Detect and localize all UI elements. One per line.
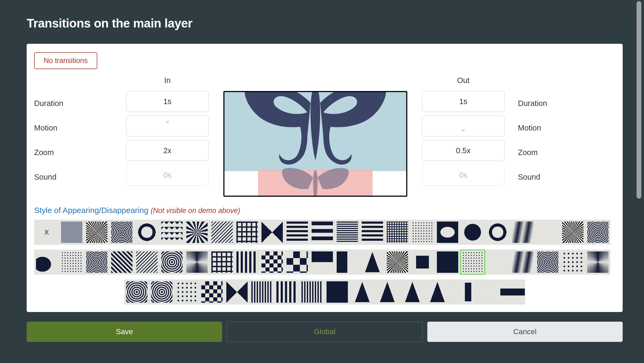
- butterfly-icon: [233, 91, 398, 175]
- style-tile-circle-a[interactable]: [460, 220, 485, 245]
- in-motion-input[interactable]: [126, 116, 209, 136]
- style-tile-diag-b[interactable]: [134, 250, 159, 275]
- style-tile-noise-g[interactable]: [535, 250, 560, 275]
- style-tile-tri-c[interactable]: [375, 279, 400, 305]
- style-tile-none[interactable]: X: [34, 220, 59, 245]
- style-tile-blob[interactable]: [34, 250, 59, 275]
- style-tile-square-a[interactable]: [410, 250, 435, 275]
- style-tile-smear-b[interactable]: [510, 250, 535, 275]
- style-tile-spiral-d[interactable]: [124, 279, 149, 305]
- page-title: Transitions on the main layer: [27, 16, 623, 30]
- transitions-card: No transitions Duration Motion Zoom Soun…: [27, 44, 623, 312]
- label-sound-in: Sound: [34, 165, 113, 189]
- style-tile-vstripe-b[interactable]: [249, 279, 275, 305]
- style-tile-star[interactable]: [260, 220, 285, 245]
- out-zoom-input[interactable]: 0.5x: [422, 140, 505, 161]
- style-section-title: Style of Appearing/Disappearing: [34, 206, 148, 215]
- style-tile-dots-d[interactable]: [174, 279, 199, 305]
- style-tile-zigzag[interactable]: [159, 220, 184, 245]
- style-tile-grid-c[interactable]: [210, 250, 235, 275]
- style-tile-blank-c[interactable]: [475, 279, 500, 305]
- style-tile-dots-c[interactable]: [560, 250, 585, 275]
- style-tile-quarter[interactable]: [310, 250, 335, 275]
- scrollbar[interactable]: [637, 0, 641, 363]
- global-button[interactable]: Global: [227, 322, 422, 342]
- style-tile-ring-b[interactable]: [485, 220, 510, 245]
- out-motion-input[interactable]: [422, 116, 505, 136]
- style-tile-solid-b[interactable]: [325, 279, 350, 305]
- style-tile-noise-c[interactable]: [560, 220, 585, 245]
- style-tile-noise-f[interactable]: [385, 250, 410, 275]
- style-tile-hstripe-a[interactable]: [285, 220, 310, 245]
- out-labels-column: Duration Motion Zoom Sound: [518, 76, 597, 189]
- style-tile-diag-fine[interactable]: [210, 220, 235, 245]
- style-tile-ellipse-a[interactable]: [435, 220, 460, 245]
- style-tile-vstripe-a[interactable]: [235, 250, 260, 275]
- label-sound-out: Sound: [518, 165, 597, 189]
- in-sound-input[interactable]: 0s: [126, 165, 209, 186]
- preview-frame[interactable]: [223, 91, 407, 197]
- style-tile-blank-a[interactable]: [535, 220, 560, 245]
- style-section-note: (Not visible on demo above): [151, 207, 240, 215]
- style-tile-spiral-a[interactable]: [159, 250, 184, 275]
- style-tile-diag-a[interactable]: [109, 250, 134, 275]
- out-column: Out 1s 0.5x 0s: [422, 76, 505, 189]
- preview-column: [222, 76, 409, 197]
- style-tile-grid-a[interactable]: [235, 220, 260, 245]
- style-tile-hstripe-d[interactable]: [360, 220, 385, 245]
- style-tile-noise-e[interactable]: [84, 250, 109, 275]
- in-zoom-input[interactable]: 2x: [126, 140, 209, 161]
- in-column: In 1s 2x 0s: [126, 76, 209, 189]
- style-tile-burst[interactable]: [184, 220, 210, 245]
- style-tile-spiral-e[interactable]: [149, 279, 174, 305]
- style-tile-smear-a[interactable]: [510, 220, 535, 245]
- no-transitions-button[interactable]: No transitions: [34, 52, 97, 69]
- style-tile-half-v[interactable]: [335, 250, 360, 275]
- style-tile-vstripe-c[interactable]: [275, 279, 300, 305]
- style-tile-noise-d[interactable]: [585, 220, 610, 245]
- style-tile-hstripe-c[interactable]: [335, 220, 360, 245]
- cancel-button[interactable]: Cancel: [427, 322, 623, 342]
- style-tile-hstripe-b[interactable]: [310, 220, 335, 245]
- style-tile-dots-a[interactable]: [410, 220, 435, 245]
- style-tile-ring[interactable]: [134, 220, 159, 245]
- style-tile-tri-d[interactable]: [400, 279, 425, 305]
- label-motion-out: Motion: [518, 116, 597, 140]
- out-duration-input[interactable]: 1s: [422, 91, 505, 112]
- save-button[interactable]: Save: [27, 322, 222, 342]
- style-tile-tri-a[interactable]: [360, 250, 385, 275]
- style-tile-blank-b[interactable]: [485, 250, 510, 275]
- out-sound-input[interactable]: 0s: [422, 165, 505, 186]
- in-duration-input[interactable]: 1s: [126, 91, 209, 112]
- arrow-down-icon: [460, 126, 466, 135]
- style-tile-tri-e[interactable]: [425, 279, 450, 305]
- style-tile-fade[interactable]: [59, 220, 84, 245]
- label-zoom-out: Zoom: [518, 140, 597, 165]
- style-tile-checker-b[interactable]: [285, 250, 310, 275]
- butterfly-small-icon: [270, 166, 361, 197]
- scrollbar-thumb[interactable]: [637, 1, 641, 199]
- style-tile-noise-b[interactable]: [109, 220, 134, 245]
- style-tile-centerbar[interactable]: [500, 279, 525, 305]
- label-motion-in: Motion: [34, 116, 113, 140]
- style-tile-spiral-b[interactable]: [184, 250, 210, 275]
- style-tile-noise-a[interactable]: [84, 220, 109, 245]
- arrow-down-icon: [164, 117, 170, 126]
- style-tile-checker-c[interactable]: [199, 279, 224, 305]
- style-tile-tri-b[interactable]: [350, 279, 375, 305]
- in-labels-column: Duration Motion Zoom Sound: [34, 76, 113, 189]
- style-tile-vstripe-d[interactable]: [300, 279, 325, 305]
- style-tile-twobars[interactable]: [450, 279, 475, 305]
- style-tile-spiral-c[interactable]: [585, 250, 610, 275]
- in-header: In: [164, 76, 171, 91]
- out-header: Out: [457, 76, 470, 91]
- style-tile-checker-a[interactable]: [260, 250, 285, 275]
- style-tile-dots-b[interactable]: [59, 250, 84, 275]
- label-duration-out: Duration: [518, 91, 597, 116]
- label-duration-in: Duration: [34, 91, 113, 116]
- label-zoom-in: Zoom: [34, 140, 113, 165]
- style-tile-static[interactable]: [460, 250, 485, 275]
- style-tile-grid-b[interactable]: [385, 220, 410, 245]
- style-tile-star-b[interactable]: [224, 279, 249, 305]
- style-tile-solid[interactable]: [435, 250, 460, 275]
